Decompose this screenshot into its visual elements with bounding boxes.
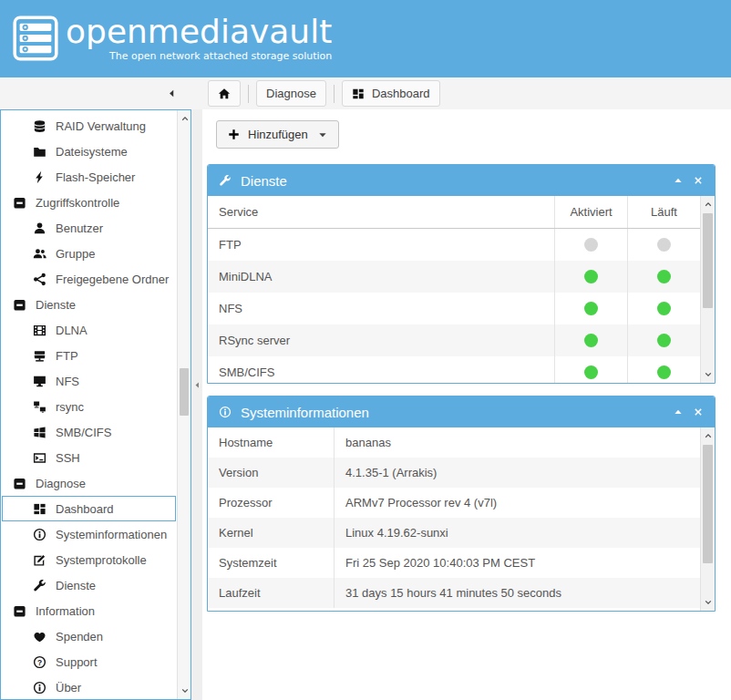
- sidebar-collapse-icon[interactable]: [167, 88, 177, 98]
- sidebar-item-dateisysteme[interactable]: Dateisysteme: [2, 139, 176, 164]
- dashboard-button[interactable]: Dashboard: [342, 80, 440, 107]
- diagnose-button[interactable]: Diagnose: [256, 80, 326, 107]
- sidebar-splitter[interactable]: [191, 109, 202, 700]
- sysinfo-value: 31 days 15 hours 41 minutes 50 seconds: [334, 578, 700, 608]
- sysinfo-scrollbar[interactable]: [700, 427, 715, 611]
- wrench-icon: [33, 579, 46, 592]
- sidebar-item-label: NFS: [56, 375, 79, 388]
- home-button[interactable]: [208, 80, 241, 107]
- sidebar-item-dashboard[interactable]: Dashboard: [2, 496, 176, 521]
- sidebar-item-label: Dateisysteme: [56, 145, 128, 159]
- sidebar-item-label: Dashboard: [56, 502, 114, 516]
- services-panel-header[interactable]: Dienste: [208, 165, 715, 196]
- add-widget-button[interactable]: Hinzufügen: [216, 120, 339, 149]
- status-dot-aktiviert: [584, 302, 598, 315]
- sidebar-item-information[interactable]: Information: [2, 598, 176, 623]
- sidebar-item-label: SMB/CIFS: [56, 426, 111, 439]
- omv-logo-icon: [13, 15, 58, 61]
- breadcrumb-separator: [334, 85, 335, 103]
- sidebar-item-label: rsync: [56, 400, 84, 414]
- service-name: FTP: [208, 238, 554, 252]
- services-table-header: Service Aktiviert Läuft: [208, 196, 700, 229]
- collapse-square-icon: [13, 604, 26, 618]
- sidebar-item-benutzer[interactable]: Benutzer: [2, 215, 176, 241]
- service-row-rsync-server: RSync server: [208, 324, 700, 356]
- sidebar-item-label: RAID Verwaltung: [56, 119, 146, 133]
- sidebar-item-gruppe[interactable]: Gruppe: [2, 241, 176, 266]
- sysinfo-value: bananas: [334, 427, 700, 458]
- sidebar-item-label: SSH: [56, 451, 80, 465]
- sidebar-item-dienste[interactable]: Dienste: [2, 292, 176, 317]
- sidebar-item-label: Dienste: [56, 579, 96, 592]
- caret-down-icon: [318, 130, 327, 139]
- question-icon: ?: [33, 655, 46, 669]
- sidebar-item-rsync[interactable]: rsync: [2, 394, 176, 419]
- dashboard-icon: [352, 88, 365, 100]
- column-header-aktiviert: Aktiviert: [554, 196, 627, 228]
- status-dot-aktiviert: [584, 238, 598, 252]
- sidebar-item-spenden[interactable]: Spenden: [2, 623, 176, 649]
- sidebar-item-smb-cifs[interactable]: SMB/CIFS: [2, 419, 176, 445]
- service-name: MiniDLNA: [208, 270, 554, 283]
- status-dot-aktiviert: [584, 365, 598, 379]
- folder-icon: [33, 145, 46, 159]
- sidebar-item-ftp[interactable]: FTP: [2, 343, 176, 368]
- service-row-ftp: FTP: [208, 229, 700, 261]
- info-icon: [33, 681, 46, 695]
- panel-close-icon[interactable]: [693, 175, 704, 186]
- sysinfo-label: Prozessor: [208, 496, 334, 510]
- windows-icon: [33, 426, 46, 439]
- status-dot-aktiviert: [584, 270, 598, 283]
- heart-icon: [33, 630, 46, 643]
- scroll-down-icon[interactable]: [180, 686, 190, 695]
- scrollbar-thumb[interactable]: [703, 445, 713, 563]
- scroll-up-icon[interactable]: [180, 114, 190, 123]
- sidebar-item-diagnose[interactable]: Diagnose: [2, 470, 176, 496]
- sidebar-item-dlna[interactable]: DLNA: [2, 317, 176, 343]
- sysinfo-panel-header[interactable]: Systeminformationen: [208, 396, 715, 427]
- scrollbar-thumb[interactable]: [180, 368, 189, 416]
- sidebar-item-systeminformationen[interactable]: Systeminformationen: [2, 521, 176, 547]
- sidebar-item-dienste[interactable]: Dienste: [2, 572, 176, 598]
- scrollbar-thumb[interactable]: [703, 213, 713, 308]
- sysinfo-value: ARMv7 Processor rev 4 (v7l): [334, 488, 700, 518]
- sidebar-item-label: Flash-Speicher: [56, 170, 135, 184]
- sysinfo-row-systemzeit: SystemzeitFri 25 Sep 2020 10:40:03 PM CE…: [208, 548, 700, 578]
- sidebar-tree: RAID VerwaltungDateisystemeFlash-Speiche…: [2, 113, 176, 700]
- splitter-collapse-icon[interactable]: [193, 381, 201, 389]
- users-icon: [33, 247, 46, 261]
- sysinfo-label: Hostname: [208, 436, 334, 449]
- sidebar-item-label: Systeminformationen: [56, 528, 167, 541]
- sysinfo-table: HostnamebananasVersion4.1.35-1 (Arrakis)…: [208, 427, 715, 611]
- user-icon: [33, 221, 46, 235]
- scroll-down-icon[interactable]: [704, 598, 713, 607]
- sidebar-item-label: Über: [56, 681, 81, 695]
- sidebar-scrollbar[interactable]: [177, 110, 190, 699]
- sidebar-item-ssh[interactable]: SSH: [2, 445, 176, 470]
- sysinfo-label: Laufzeit: [208, 586, 334, 600]
- scroll-down-icon[interactable]: [704, 370, 713, 379]
- panel-collapse-icon[interactable]: [674, 176, 683, 185]
- dashboard-button-label: Dashboard: [372, 87, 430, 100]
- sidebar-item-flash-speicher[interactable]: Flash-Speicher: [2, 164, 176, 190]
- sidebar-item-nfs[interactable]: NFS: [2, 368, 176, 394]
- svg-text:?: ?: [37, 657, 42, 666]
- sidebar-item-label: Support: [56, 655, 98, 669]
- services-scrollbar[interactable]: [700, 196, 715, 383]
- sidebar-item-systemprotokolle[interactable]: Systemprotokolle: [2, 547, 176, 572]
- sidebar-item-label: FTP: [56, 349, 78, 363]
- panel-collapse-icon[interactable]: [674, 407, 683, 417]
- breadcrumb: DiagnoseDashboard: [208, 80, 440, 107]
- sidebar-item-raid-verwaltung[interactable]: RAID Verwaltung: [2, 113, 176, 139]
- edit-icon: [33, 553, 46, 567]
- sysinfo-panel-title: Systeminformationen: [241, 405, 369, 420]
- sidebar-item-label: Diagnose: [36, 477, 86, 490]
- sidebar-item-support[interactable]: ?Support: [2, 649, 176, 674]
- panel-close-icon[interactable]: [693, 407, 704, 417]
- scroll-up-icon[interactable]: [704, 431, 713, 440]
- sidebar-item-freigegebene-ordner[interactable]: Freigegebene Ordner: [2, 266, 176, 292]
- sidebar-item-zugriffskontrolle[interactable]: Zugriffskontrolle: [2, 190, 176, 215]
- status-dot-laeuft: [657, 302, 671, 315]
- sidebar-item-ber[interactable]: Über: [2, 674, 176, 700]
- scroll-up-icon[interactable]: [704, 200, 713, 209]
